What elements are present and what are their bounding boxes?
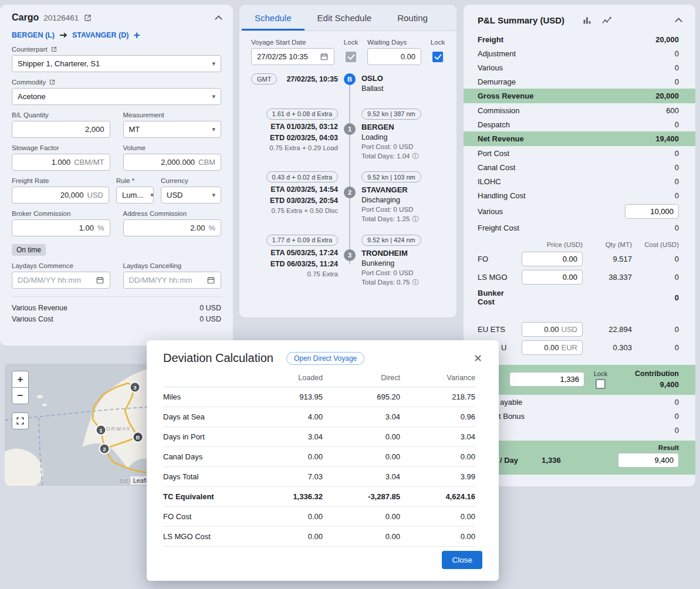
calendar-icon[interactable] xyxy=(207,276,215,285)
volume-input[interactable] xyxy=(129,158,195,167)
total-days[interactable]: Total Days: 1.25 xyxy=(361,215,451,224)
table-row: Canal Days 0.00 0.00 0.00 xyxy=(163,447,482,467)
various-cost-input[interactable] xyxy=(630,207,674,216)
tab-edit-schedule[interactable]: Edit Schedule xyxy=(305,5,385,31)
open-direct-voyage-button[interactable]: Open Direct Voyage xyxy=(286,352,364,365)
contribution-value: 9,400 xyxy=(635,380,679,389)
ets-cost: 0 xyxy=(637,325,679,334)
cell-loaded: 0.00 xyxy=(249,447,323,467)
broker-commission-input[interactable] xyxy=(18,224,94,232)
total-days[interactable]: Total Days: 0.75 xyxy=(361,278,451,287)
pnl-row-value: 0 xyxy=(675,426,679,435)
discharge-port-link[interactable]: STAVANGER (D) xyxy=(72,31,129,39)
lsmgo-price-input[interactable] xyxy=(527,273,577,282)
map-marker-b[interactable]: B xyxy=(133,432,143,442)
address-commission-field: % xyxy=(123,219,222,236)
tce-lock-checkbox[interactable] xyxy=(596,379,606,389)
commodity-label: Commodity xyxy=(12,79,46,86)
voyage-start-input[interactable] xyxy=(257,52,316,61)
port-cost: Port Cost: 0 USD xyxy=(361,206,451,213)
commodity-select[interactable]: Acetone xyxy=(12,88,221,105)
cell-direct: 0.00 xyxy=(323,447,400,467)
waiting-days-lock-checkbox[interactable] xyxy=(432,52,443,62)
port-activity: Discharging xyxy=(361,196,451,204)
eu-ets-price-value[interactable]: 0.00 xyxy=(544,325,559,334)
add-port-button[interactable] xyxy=(133,31,140,39)
calendar-icon[interactable] xyxy=(96,276,104,285)
schedule-tab-bar: Schedule Edit Schedule Routing xyxy=(239,5,456,31)
external-link-icon[interactable] xyxy=(50,46,58,53)
stowage-factor-input[interactable] xyxy=(18,158,70,167)
map-marker-1[interactable]: 1 xyxy=(96,425,106,435)
voyage-start-lock-checkbox[interactable] xyxy=(346,52,356,62)
sea-days-chip: 0.43 d + 0.02 d Extra xyxy=(266,171,338,182)
address-commission-label: Address Commission xyxy=(123,210,222,217)
tab-schedule[interactable]: Schedule xyxy=(242,5,305,31)
port-sequence-badge: 2 xyxy=(344,187,356,198)
pnl-row-label: Adjustment xyxy=(478,49,516,58)
pnl-row-label: Gross Revenue xyxy=(478,92,533,100)
currency-select[interactable]: USD xyxy=(161,187,221,204)
extra-days: 0.75 Extra xyxy=(251,270,338,277)
freight-rate-input[interactable] xyxy=(18,191,84,199)
freight-rate-field: USD xyxy=(12,187,109,204)
tce-input[interactable] xyxy=(515,375,579,384)
fo-price-input[interactable] xyxy=(527,255,577,263)
laydays-cancelling-input[interactable] xyxy=(129,276,204,285)
external-link-icon[interactable] xyxy=(49,79,56,86)
close-button[interactable]: Close xyxy=(442,551,482,569)
tab-routing[interactable]: Routing xyxy=(384,5,441,31)
eu-ets-price-field: 0.00 USD xyxy=(522,322,583,337)
laydays-commence-input[interactable] xyxy=(18,276,92,285)
column-header-loaded: Loaded xyxy=(249,365,323,387)
currency-label: Currency xyxy=(161,177,221,184)
bunker-price-header: Price (USD) xyxy=(522,241,583,248)
external-link-icon[interactable] xyxy=(83,13,92,22)
analytics-chart-icon[interactable] xyxy=(601,15,613,25)
load-port-link[interactable]: BERGEN (L) xyxy=(12,31,55,39)
cell-direct: 695.20 xyxy=(323,387,400,407)
collapse-pnl-chevron-icon[interactable] xyxy=(675,18,682,25)
various-revenue-value: 0 USD xyxy=(199,304,221,312)
bunker-qty: 38.337 xyxy=(587,273,632,282)
eua-price-value[interactable]: 0.00 xyxy=(544,343,559,352)
map-marker-3[interactable]: 3 xyxy=(130,382,140,392)
address-commission-input[interactable] xyxy=(129,224,205,232)
port-cost: Port Cost: 0 USD xyxy=(361,143,451,150)
bunker-total-value: 0 xyxy=(637,293,679,302)
total-days[interactable]: Total Days: 1.04 xyxy=(361,152,451,161)
stowage-factor-field: CBM/MT xyxy=(12,154,110,171)
bar-chart-icon[interactable] xyxy=(582,15,592,25)
stowage-unit: CBM/MT xyxy=(74,158,104,167)
origin-activity: Ballast xyxy=(361,84,451,93)
row-label: Days in Port xyxy=(163,427,249,447)
pnl-row-label: Commission xyxy=(478,106,520,115)
map-marker-2[interactable]: 2 xyxy=(100,444,110,454)
commodity-value: Acetone xyxy=(18,92,46,101)
pnl-row-value: 0 xyxy=(675,120,679,129)
zoom-out-button[interactable] xyxy=(12,387,29,404)
eu-ets-price-currency: USD xyxy=(562,325,577,334)
fullscreen-button[interactable] xyxy=(12,412,29,429)
route-arrow-icon xyxy=(59,32,67,39)
rule-select[interactable]: Lum... xyxy=(116,187,154,204)
voyage-timeline: GMT 27/02/25, 10:35 B OSLO Ballast 1.61 … xyxy=(239,65,456,287)
speed-distance-chip: 9.52 kn | 103 nm xyxy=(361,171,421,182)
stowage-factor-label: Stowage Factor xyxy=(12,144,110,151)
bl-quantity-input[interactable] xyxy=(18,125,104,134)
ets-row-label: EU ETS xyxy=(478,325,517,334)
calendar-icon[interactable] xyxy=(320,52,329,61)
waiting-days-input[interactable] xyxy=(373,52,415,61)
counterpart-select[interactable]: Shipper 1, Charterer, S1 xyxy=(12,55,221,72)
pnl-row-label: Freight xyxy=(478,35,503,44)
collapse-cargo-chevron-icon[interactable] xyxy=(215,15,222,23)
close-icon[interactable] xyxy=(474,353,482,364)
result-input[interactable] xyxy=(623,456,674,465)
measurement-label: Measurement xyxy=(123,111,222,119)
zoom-in-button[interactable] xyxy=(12,371,29,388)
bunker-row-label: LS MGO xyxy=(478,273,517,282)
waiting-days-label: Waiting Days xyxy=(367,39,421,46)
voyage-start-lock-label: Lock xyxy=(344,39,358,46)
measurement-select[interactable]: MT xyxy=(123,121,222,138)
net-revenue-row: Net Revenue19,400 xyxy=(464,131,695,146)
